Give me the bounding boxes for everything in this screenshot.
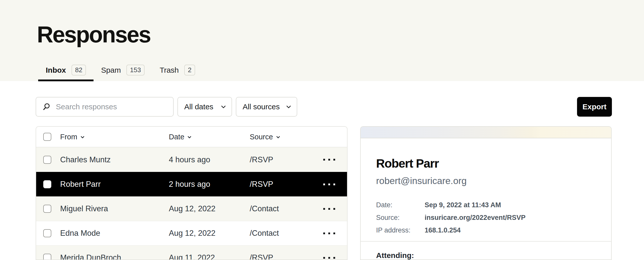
dates-filter-dropdown[interactable]: All dates xyxy=(177,97,232,117)
row-actions-button[interactable] xyxy=(315,147,343,172)
row-checkbox[interactable] xyxy=(43,205,51,213)
row-actions-button[interactable] xyxy=(315,246,343,260)
row-from: Robert Parr xyxy=(60,180,169,189)
row-checkbox[interactable] xyxy=(43,254,51,260)
tab-trash-count-badge: 2 xyxy=(184,65,195,75)
sources-filter-dropdown[interactable]: All sources xyxy=(236,97,297,117)
detail-meta: Date: Sep 9, 2022 at 11:43 AM Source: in… xyxy=(376,202,596,234)
tab-inbox-count-badge: 82 xyxy=(72,65,86,75)
tab-spam-label: Spam xyxy=(101,66,121,74)
tab-bar: Inbox 82 Spam 153 Trash 2 xyxy=(38,61,203,81)
row-checkbox[interactable] xyxy=(43,156,51,164)
row-source: /RSVP xyxy=(250,253,315,260)
row-from: Merida DunBroch xyxy=(60,253,169,260)
meta-label-date: Date: xyxy=(376,202,425,209)
tab-trash-label: Trash xyxy=(160,66,179,74)
row-checkbox[interactable] xyxy=(43,180,51,188)
attending-label: Attending: xyxy=(376,251,414,259)
row-date: 4 hours ago xyxy=(169,155,250,164)
responses-table: From Date Source Charles Muntz 4 hours a… xyxy=(36,126,348,260)
column-header-source-label: Source xyxy=(250,133,273,141)
tab-spam[interactable]: Spam 153 xyxy=(94,61,152,81)
table-row[interactable]: Edna Mode Aug 12, 2022 /Contact xyxy=(36,221,347,245)
table-header: From Date Source xyxy=(36,127,347,147)
search-box xyxy=(36,97,174,117)
meta-label-ip: IP address: xyxy=(376,227,425,234)
tab-spam-count-badge: 153 xyxy=(126,65,144,75)
table-row-selected[interactable]: Robert Parr 2 hours ago /RSVP xyxy=(36,172,347,196)
dates-filter-value: All dates xyxy=(184,102,213,111)
row-source: /RSVP xyxy=(250,155,315,164)
column-header-date-label: Date xyxy=(169,133,184,141)
export-button[interactable]: Export xyxy=(577,97,612,117)
row-checkbox[interactable] xyxy=(43,229,51,237)
ellipsis-icon xyxy=(323,257,325,259)
column-header-from-label: From xyxy=(60,133,77,141)
meta-value-source: insuricare.org/2022event/RSVP xyxy=(425,214,596,221)
tab-inbox[interactable]: Inbox 82 xyxy=(38,61,94,81)
detail-header-gradient xyxy=(361,127,611,138)
response-detail-panel: Robert Parr robert@insuricare.org Date: … xyxy=(360,126,612,260)
detail-email: robert@insuricare.org xyxy=(376,176,596,186)
page-title: Responses xyxy=(37,23,150,46)
row-from: Charles Muntz xyxy=(60,155,169,164)
tab-inbox-label: Inbox xyxy=(46,66,66,74)
ellipsis-icon xyxy=(323,159,325,161)
row-date: 2 hours ago xyxy=(169,180,250,189)
sources-filter-value: All sources xyxy=(243,102,280,111)
row-date: Aug 11, 2022 xyxy=(169,253,250,260)
row-date: Aug 12, 2022 xyxy=(169,204,250,213)
ellipsis-icon xyxy=(323,184,325,185)
column-header-date[interactable]: Date xyxy=(169,133,250,141)
row-date: Aug 12, 2022 xyxy=(169,229,250,238)
chevron-down-icon xyxy=(220,104,226,110)
column-header-source[interactable]: Source xyxy=(250,133,315,141)
ellipsis-icon xyxy=(323,208,325,210)
row-from: Miguel Rivera xyxy=(60,204,169,213)
row-source: /RSVP xyxy=(250,180,315,189)
row-actions-button[interactable] xyxy=(315,221,343,245)
table-row[interactable]: Charles Muntz 4 hours ago /RSVP xyxy=(36,147,347,172)
meta-value-ip: 168.1.0.254 xyxy=(425,227,596,234)
search-icon xyxy=(43,103,50,111)
sort-chevron-down-icon xyxy=(80,135,85,139)
row-source: /Contact xyxy=(250,229,315,238)
tab-trash[interactable]: Trash 2 xyxy=(152,61,203,81)
table-row[interactable]: Merida DunBroch Aug 11, 2022 /RSVP xyxy=(36,245,347,260)
row-actions-button[interactable] xyxy=(315,197,343,221)
select-all-checkbox[interactable] xyxy=(43,133,51,141)
detail-name: Robert Parr xyxy=(376,158,596,170)
row-actions-button[interactable] xyxy=(315,172,343,196)
sort-chevron-down-icon xyxy=(187,135,192,139)
chevron-down-icon xyxy=(286,104,292,110)
row-from: Edna Mode xyxy=(60,229,169,238)
meta-label-source: Source: xyxy=(376,214,425,221)
table-row[interactable]: Miguel Rivera Aug 12, 2022 /Contact xyxy=(36,196,347,221)
sort-chevron-down-icon xyxy=(276,135,280,139)
meta-value-date: Sep 9, 2022 at 11:43 AM xyxy=(425,202,596,209)
row-source: /Contact xyxy=(250,204,315,213)
column-header-from[interactable]: From xyxy=(60,133,169,141)
search-input[interactable] xyxy=(56,102,168,111)
ellipsis-icon xyxy=(323,232,325,234)
